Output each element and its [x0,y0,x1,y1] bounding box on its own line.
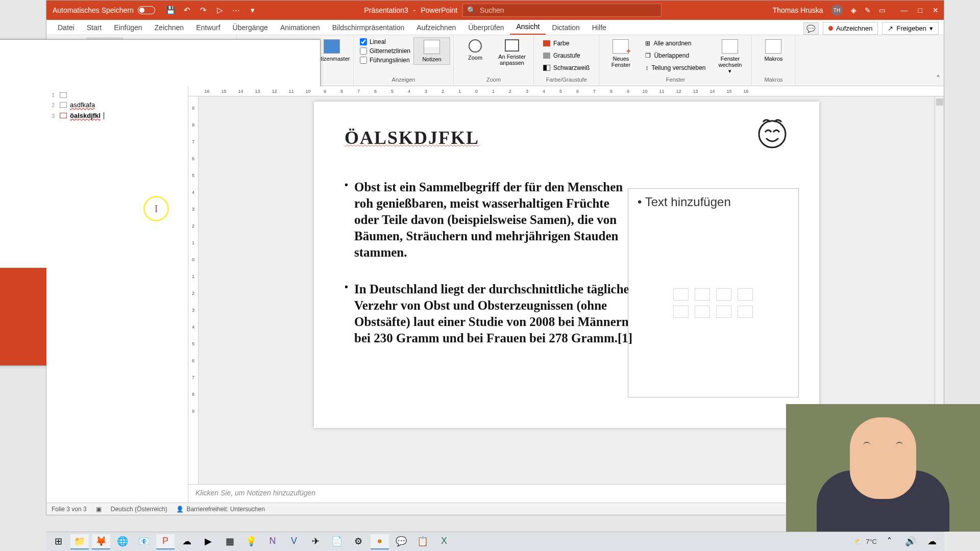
fit-to-window-button[interactable]: An Fenster anpassen [494,37,530,68]
taskbar[interactable]: ⊞ 📁 🦊 🌐 📧 P ☁ ▶ ▦ 💡 N V ✈ 📄 ⚙ ● 💬 📋 X ⛅ … [46,532,944,551]
blackwhite-button[interactable]: Schwarzweiß [540,63,593,73]
comments-button[interactable]: 💬 [803,22,819,35]
ruler-checkbox[interactable]: Lineal [360,38,410,45]
minimize-button[interactable]: — [901,6,908,14]
tab-aufzeichnen[interactable]: Aufzeichnen [410,20,462,35]
insert-icon-icon[interactable] [738,306,753,318]
diamond-icon[interactable]: ◈ [851,6,856,14]
tray-icon-2[interactable]: ☁ [923,534,941,549]
farbe-group-label: Farbe/Graustufe [537,77,596,84]
tray-chevron[interactable]: ˄ [880,534,898,549]
app2-icon[interactable]: ▦ [220,534,239,549]
user-name: Thomas Hruska [773,6,823,14]
insert-video-icon[interactable] [716,306,731,318]
redo-icon[interactable]: ↷ [198,5,209,16]
tab-start[interactable]: Start [81,20,108,35]
undo-icon[interactable]: ↶ [182,5,193,16]
discord-icon[interactable]: 💬 [392,534,410,549]
display-settings-icon[interactable]: ▭ [879,6,886,14]
outline-item[interactable]: 3 öalskdjfkl [48,110,186,121]
firefox-icon[interactable]: 🦊 [92,534,110,549]
app4-icon[interactable]: 📄 [328,534,346,549]
slide-title[interactable]: ÖALSKDJFKL [345,127,789,148]
search-box[interactable]: 🔍 Suchen [462,4,662,17]
outline-item[interactable]: 1 [48,90,186,99]
zoom-button[interactable]: Zoom [457,37,494,63]
telegram-icon[interactable]: ✈ [306,534,325,549]
slide[interactable]: ÖALSKDJFKL Obst ist ein Sammelbegriff de… [314,102,819,428]
tab-ansicht[interactable]: Ansicht [510,19,546,35]
app6-icon[interactable]: 📋 [413,534,432,549]
freigeben-button[interactable]: ↗ Freigeben ▾ [882,22,939,35]
close-button[interactable]: ✕ [933,6,939,14]
insert-table-icon[interactable] [673,288,689,300]
insert-chart-icon[interactable] [695,288,710,300]
qat-more-icon[interactable]: ⋯ [231,5,242,16]
slide-body[interactable]: Obst ist ein Sammelbegriff der für den M… [345,179,635,346]
weather-icon: ⛅ [854,538,863,545]
app-icon[interactable]: ☁ [178,534,196,549]
qat-customize-icon[interactable]: ▾ [247,5,258,16]
insert-smartart-icon[interactable] [716,288,731,300]
maximize-button[interactable]: □ [918,6,922,14]
language-indicator[interactable]: Deutsch (Österreich) [111,506,167,513]
start-from-beginning-icon[interactable]: ▷ [214,5,226,16]
tab-datei[interactable]: Datei [52,20,81,35]
slide-icon [60,102,67,108]
app3-icon[interactable]: 💡 [242,534,260,549]
search-placeholder: Suchen [480,6,504,14]
vertical-ruler: 9876543210123456789 [188,96,199,484]
chrome-icon[interactable]: 🌐 [113,534,132,549]
weather-widget[interactable]: ⛅ 7°C [854,538,877,545]
insert-3d-icon[interactable] [738,288,753,300]
outline-pane[interactable]: 1 2 asdfkafa 3 öalskdjfkl I [46,86,188,503]
obs-icon[interactable]: ⚙ [349,534,368,549]
content-placeholder[interactable]: • Text hinzufügen [628,188,799,397]
visio-icon[interactable]: V [285,534,303,549]
outlook-icon[interactable]: 📧 [135,534,153,549]
collapse-ribbon-button[interactable]: ˄ [933,74,944,86]
cascade-button[interactable]: ❐Überlappend [642,51,708,61]
notes-button[interactable]: Notizen [413,37,450,65]
text-cursor-highlight: I [143,196,169,221]
powerpoint-icon[interactable]: P [156,534,175,549]
outline-item[interactable]: 2 asdfkafa [48,99,186,110]
smiley-icon[interactable] [756,117,789,155]
tab-bildschirm[interactable]: Bildschirmpräsentation [326,20,411,35]
insert-picture-icon[interactable] [673,306,689,318]
new-window-button[interactable]: Neues Fenster [602,37,639,70]
app5-icon[interactable]: ● [371,534,389,549]
pen-icon[interactable]: ✎ [865,6,871,14]
explorer-icon[interactable]: 📁 [70,534,89,549]
tab-dictation[interactable]: Dictation [546,20,585,35]
onenote-icon[interactable]: N [263,534,282,549]
accessibility-button[interactable]: 👤 Barrierefreiheit: Untersuchen [176,506,264,513]
tab-ueberpruefen[interactable]: Überprüfen [462,20,510,35]
user-avatar[interactable]: TH [831,5,843,16]
zoom-group-label: Zoom [457,77,530,84]
tray-icon-1[interactable]: 🔊 [901,534,920,549]
autosave-toggle[interactable] [138,6,155,14]
excel-icon[interactable]: X [435,534,453,549]
chevron-down-icon: ▾ [929,24,933,32]
aufzeichnen-button[interactable]: Aufzeichnen [823,22,878,35]
tab-uebergaenge[interactable]: Übergänge [227,20,274,35]
tab-hilfe[interactable]: Hilfe [586,20,612,35]
start-button[interactable]: ⊞ [49,534,67,549]
tab-einfuegen[interactable]: Einfügen [108,20,148,35]
guides-checkbox[interactable]: Führungslinien [360,57,410,64]
switch-windows-button[interactable]: Fenster wechseln▾ [712,37,748,77]
gridlines-checkbox[interactable]: Gitternetzlinien [360,47,410,55]
tab-entwurf[interactable]: Entwurf [190,20,226,35]
save-icon[interactable]: 💾 [165,5,177,16]
tab-animationen[interactable]: Animationen [274,20,326,35]
tab-zeichnen[interactable]: Zeichnen [149,20,190,35]
insert-online-picture-icon[interactable] [695,306,710,318]
move-split-button[interactable]: ↕Teilung verschieben [642,63,708,73]
fenster-group-label: Fenster [602,77,748,84]
grayscale-button[interactable]: Graustufe [540,51,593,61]
color-button[interactable]: Farbe [540,38,593,48]
vlc-icon[interactable]: ▶ [199,534,217,549]
arrange-all-button[interactable]: ⊞Alle anordnen [642,38,708,48]
macros-button[interactable]: Makros [755,37,792,64]
